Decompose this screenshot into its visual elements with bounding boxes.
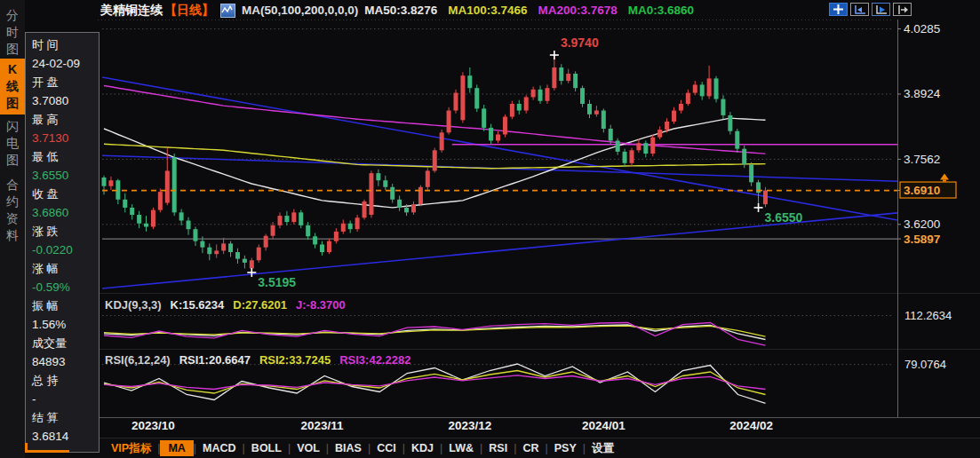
svg-text:3.5897: 3.5897: [904, 233, 940, 246]
indicator-tab-MA[interactable]: MA: [160, 440, 193, 456]
svg-text:2023/10: 2023/10: [131, 419, 175, 432]
sidebar-tab-分时图[interactable]: 分时图: [0, 4, 25, 60]
rsi-indicator-label: RSI(6,12,24)RSI1:20.6647RSI2:33.7245RSI3…: [105, 353, 419, 367]
title-bar: 美精铜连续 【日线】 MA(50,100,200,0,0,0) MA50:3.8…: [100, 2, 705, 19]
indicator-tab-PSY[interactable]: PSY: [548, 441, 583, 455]
info-value: 1.56%: [26, 315, 99, 334]
candlestick-chart[interactable]: 3.97403.51953.6550112.263479.07644.02853…: [98, 0, 980, 458]
svg-text:3.8924: 3.8924: [904, 87, 941, 100]
indicator-tab-CCI[interactable]: CCI: [370, 441, 402, 455]
indicator-value-label: D:27.6201: [233, 298, 287, 312]
indicator-value-label: RSI3:42.2282: [339, 353, 410, 367]
indicator-tab-设置[interactable]: 设置: [586, 440, 620, 457]
instrument-name: 美精铜连续: [100, 3, 163, 19]
svg-text:3.5195: 3.5195: [258, 275, 296, 289]
indicator-value-label: J:-8.3700: [296, 298, 346, 312]
svg-text:112.2634: 112.2634: [904, 309, 952, 322]
info-label: 振 幅: [26, 296, 99, 315]
left-tab-strip: 分时图K线图闪电图合约资料: [0, 0, 25, 458]
indicator-tab-BOLL[interactable]: BOLL: [245, 441, 288, 455]
ma-value-label: MA200:3.7678: [538, 4, 617, 17]
info-label: 最 低: [26, 147, 99, 166]
sidebar-tab-闪电图[interactable]: 闪电图: [0, 115, 25, 171]
indicator-value-label: RSI2:33.7245: [259, 353, 331, 367]
indicator-tab-bar: VIP指标|MA|MACD|BOLL|VOL|BIAS|CCI|KDJ|LW&|…: [0, 438, 980, 458]
info-value: 3.6814: [26, 427, 99, 446]
chart-toolbar: [829, 3, 912, 16]
svg-text:3.6550: 3.6550: [765, 210, 803, 225]
svg-text:4.0285: 4.0285: [904, 22, 940, 36]
info-value: -0.59%: [26, 278, 99, 296]
indicator-tab-LW&[interactable]: LW&: [442, 441, 480, 455]
info-label: 时 间: [26, 36, 99, 54]
shift-right-icon[interactable]: [893, 3, 912, 16]
ma-values: MA50:3.8276MA100:3.7466MA200:3.7678MA0:3…: [364, 4, 705, 17]
info-label: 成交量: [26, 334, 99, 352]
period-label: 【日线】: [164, 3, 214, 19]
ma-params-label: MA(50,100,200,0,0,0): [242, 4, 358, 17]
info-label: 收 盘: [26, 185, 99, 203]
svg-text:2023/11: 2023/11: [300, 419, 344, 432]
indicator-tab-VOL[interactable]: VOL: [291, 441, 326, 455]
svg-text:3.9740: 3.9740: [561, 36, 599, 50]
ma-value-label: MA50:3.8276: [364, 4, 437, 17]
info-label: 涨 幅: [26, 259, 99, 278]
indicator-value-label: KDJ(9,3,3): [105, 298, 162, 312]
info-label: 最 高: [26, 110, 99, 129]
panel-corner-accent: [25, 450, 69, 453]
info-value: 3.7130: [26, 129, 99, 147]
info-value: 3.7080: [26, 91, 99, 110]
info-value: 84893: [26, 352, 99, 371]
info-label: 涨 跌: [26, 222, 99, 241]
indicator-value-label: RSI1:20.6647: [179, 353, 251, 367]
svg-text:2023/12: 2023/12: [448, 419, 491, 432]
trading-app-window: 分时图K线图闪电图合约资料 美精铜连续 【日线】 MA(50,100,200,0…: [0, 0, 980, 458]
svg-text:2024/02: 2024/02: [729, 419, 773, 432]
info-value: -: [26, 390, 99, 408]
svg-text:3.6200: 3.6200: [904, 217, 940, 231]
info-label: 开 盘: [26, 73, 99, 91]
svg-text:3.7562: 3.7562: [904, 153, 940, 166]
info-value: -0.0220: [26, 241, 99, 259]
info-value: 24-02-09: [26, 54, 99, 73]
sidebar-tab-K线图[interactable]: K线图: [0, 59, 25, 114]
pan-crosshair-icon[interactable]: [829, 3, 848, 16]
indicator-tab-MACD[interactable]: MACD: [196, 441, 243, 455]
indicator-tab-CR[interactable]: CR: [516, 441, 545, 455]
panel-corner-accent: [25, 443, 28, 453]
axis-play-icon[interactable]: [872, 3, 890, 16]
indicator-value-label: RSI(6,12,24): [105, 353, 171, 367]
info-value: 3.6860: [26, 203, 99, 222]
svg-text:2024/01: 2024/01: [582, 419, 625, 432]
indicator-tab-RSI[interactable]: RSI: [482, 441, 514, 455]
info-value: 3.6550: [26, 166, 99, 185]
kdj-indicator-label: KDJ(9,3,3)K:15.6234D:27.6201J:-8.3700: [105, 298, 355, 312]
indicator-tab-VIP指标[interactable]: VIP指标: [105, 440, 157, 457]
indicator-tab-BIAS[interactable]: BIAS: [329, 441, 368, 455]
sidebar-tab-合约资料[interactable]: 合约资料: [0, 174, 25, 247]
quote-info-panel: 时 间24-02-09开 盘3.7080最 高3.7130最 低3.6550收 …: [25, 32, 100, 453]
indicator-value-label: K:15.6234: [171, 298, 225, 312]
ma-value-label: MA0:3.6860: [628, 4, 694, 17]
info-label: 总 持: [26, 371, 99, 390]
indicator-tab-KDJ[interactable]: KDJ: [405, 441, 440, 455]
candlestick-mini-icon: [220, 4, 235, 18]
svg-text:79.0764: 79.0764: [904, 358, 946, 371]
svg-text:3.6910: 3.6910: [904, 184, 940, 197]
ma-value-label: MA100:3.7466: [448, 4, 527, 17]
info-label: 结 算: [26, 408, 99, 427]
axis-left-icon[interactable]: [850, 3, 869, 16]
